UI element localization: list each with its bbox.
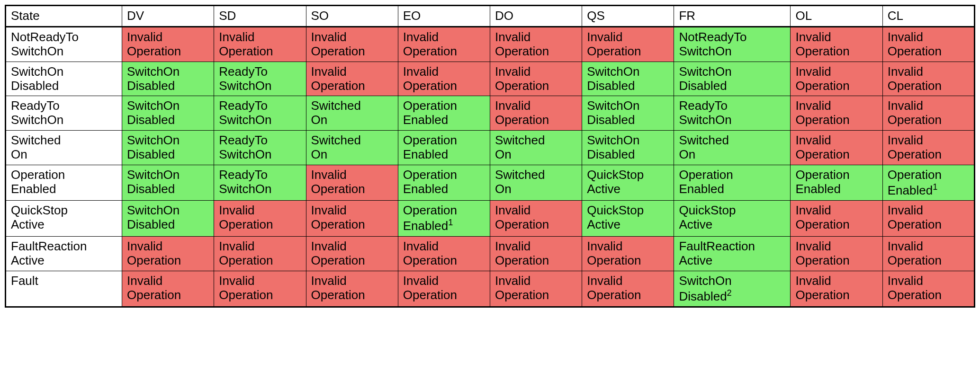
transition-cell: InvalidOperation — [214, 271, 306, 307]
row-state-label: FaultReactionActive — [6, 236, 122, 271]
transition-cell: SwitchedOn — [490, 131, 582, 165]
row-state-label: QuickStopActive — [6, 201, 122, 236]
transition-cell: OperationEnabled — [791, 165, 882, 201]
transition-cell: InvalidOperation — [490, 62, 582, 96]
transition-cell: SwitchedOn — [490, 165, 582, 201]
col-header-eo: EO — [398, 6, 490, 27]
transition-cell: QuickStopActive — [674, 201, 791, 236]
row-state-label: SwitchedOn — [6, 131, 122, 165]
transition-cell: QuickStopActive — [582, 201, 674, 236]
row-state-label: Fault — [6, 271, 122, 307]
transition-cell: SwitchOnDisabled — [122, 201, 214, 236]
col-header-do: DO — [490, 6, 582, 27]
transition-cell: InvalidOperation — [214, 236, 306, 271]
row-state-label: ReadyToSwitchOn — [6, 96, 122, 131]
table-row: OperationEnabledSwitchOnDisabledReadyToS… — [6, 165, 975, 201]
transition-cell: SwitchOnDisabled — [122, 131, 214, 165]
transition-cell: InvalidOperation — [398, 27, 490, 62]
row-state-label: OperationEnabled — [6, 165, 122, 201]
transition-cell: InvalidOperation — [490, 271, 582, 307]
table-row: QuickStopActiveSwitchOnDisabledInvalidOp… — [6, 201, 975, 236]
header-row: StateDVSDSOEODOQSFROLCL — [6, 6, 975, 27]
transition-cell: InvalidOperation — [306, 165, 398, 201]
transition-cell: InvalidOperation — [791, 201, 882, 236]
transition-cell: InvalidOperation — [398, 271, 490, 307]
transition-cell: ReadyToSwitchOn — [214, 96, 306, 131]
transition-cell: InvalidOperation — [882, 201, 974, 236]
transition-cell: OperationEnabled — [398, 165, 490, 201]
transition-cell: OperationEnabled — [398, 131, 490, 165]
col-header-fr: FR — [674, 6, 791, 27]
transition-cell: InvalidOperation — [582, 27, 674, 62]
transition-cell: InvalidOperation — [490, 236, 582, 271]
col-header-sd: SD — [214, 6, 306, 27]
transition-cell: InvalidOperation — [582, 236, 674, 271]
transition-cell: InvalidOperation — [882, 62, 974, 96]
footnote-marker: 2 — [727, 288, 732, 298]
transition-cell: SwitchOnDisabled — [582, 96, 674, 131]
transition-cell: InvalidOperation — [490, 201, 582, 236]
transition-cell: ReadyToSwitchOn — [214, 165, 306, 201]
transition-cell: SwitchOnDisabled — [122, 62, 214, 96]
transition-cell: InvalidOperation — [791, 131, 882, 165]
transition-cell: InvalidOperation — [882, 96, 974, 131]
transition-cell: ReadyToSwitchOn — [674, 96, 791, 131]
transition-cell: OperationEnabled — [674, 165, 791, 201]
transition-cell: InvalidOperation — [490, 96, 582, 131]
transition-cell: InvalidOperation — [791, 236, 882, 271]
table-body: NotReadyToSwitchOnInvalidOperationInvali… — [6, 27, 975, 307]
col-header-cl: CL — [882, 6, 974, 27]
transition-cell: InvalidOperation — [791, 62, 882, 96]
transition-cell: QuickStopActive — [582, 165, 674, 201]
col-header-ol: OL — [791, 6, 882, 27]
transition-cell: InvalidOperation — [791, 96, 882, 131]
col-header-qs: QS — [582, 6, 674, 27]
transition-cell: InvalidOperation — [122, 236, 214, 271]
transition-cell: InvalidOperation — [882, 236, 974, 271]
transition-cell: SwitchOnDisabled — [122, 165, 214, 201]
transition-cell: ReadyToSwitchOn — [214, 131, 306, 165]
table-row: SwitchedOnSwitchOnDisabledReadyToSwitchO… — [6, 131, 975, 165]
table-row: NotReadyToSwitchOnInvalidOperationInvali… — [6, 27, 975, 62]
transition-cell: SwitchedOn — [674, 131, 791, 165]
transition-cell: SwitchOnDisabled — [122, 96, 214, 131]
transition-cell: SwitchedOn — [306, 96, 398, 131]
transition-cell: SwitchOnDisabled — [674, 62, 791, 96]
transition-cell: InvalidOperation — [306, 236, 398, 271]
transition-cell: SwitchOnDisabled2 — [674, 271, 791, 307]
col-header-dv: DV — [122, 6, 214, 27]
table-row: FaultReactionActiveInvalidOperationInval… — [6, 236, 975, 271]
col-header-so: SO — [306, 6, 398, 27]
footnote-marker: 1 — [933, 182, 937, 192]
transition-cell: InvalidOperation — [791, 27, 882, 62]
transition-cell: InvalidOperation — [214, 27, 306, 62]
transition-cell: InvalidOperation — [398, 62, 490, 96]
table-row: ReadyToSwitchOnSwitchOnDisabledReadyToSw… — [6, 96, 975, 131]
transition-cell: InvalidOperation — [490, 27, 582, 62]
transition-cell: OperationEnabled1 — [882, 165, 974, 201]
transition-cell: InvalidOperation — [306, 27, 398, 62]
transition-cell: SwitchedOn — [306, 131, 398, 165]
transition-cell: OperationEnabled1 — [398, 201, 490, 236]
transition-cell: InvalidOperation — [398, 236, 490, 271]
transition-cell: InvalidOperation — [306, 201, 398, 236]
transition-cell: SwitchOnDisabled — [582, 62, 674, 96]
transition-cell: InvalidOperation — [882, 131, 974, 165]
row-state-label: NotReadyToSwitchOn — [6, 27, 122, 62]
transition-cell: SwitchOnDisabled — [582, 131, 674, 165]
footnote-marker: 1 — [448, 218, 453, 227]
transition-cell: InvalidOperation — [306, 62, 398, 96]
transition-cell: InvalidOperation — [306, 271, 398, 307]
transition-cell: NotReadyToSwitchOn — [674, 27, 791, 62]
table-row: FaultInvalidOperationInvalidOperationInv… — [6, 271, 975, 307]
transition-cell: ReadyToSwitchOn — [214, 62, 306, 96]
col-header-state: State — [6, 6, 122, 27]
transition-cell: InvalidOperation — [882, 27, 974, 62]
transition-cell: FaultReactionActive — [674, 236, 791, 271]
state-transition-table: StateDVSDSOEODOQSFROLCL NotReadyToSwitch… — [5, 5, 975, 308]
transition-cell: InvalidOperation — [122, 27, 214, 62]
transition-cell: OperationEnabled — [398, 96, 490, 131]
transition-cell: InvalidOperation — [882, 271, 974, 307]
transition-cell: InvalidOperation — [122, 271, 214, 307]
transition-cell: InvalidOperation — [214, 201, 306, 236]
